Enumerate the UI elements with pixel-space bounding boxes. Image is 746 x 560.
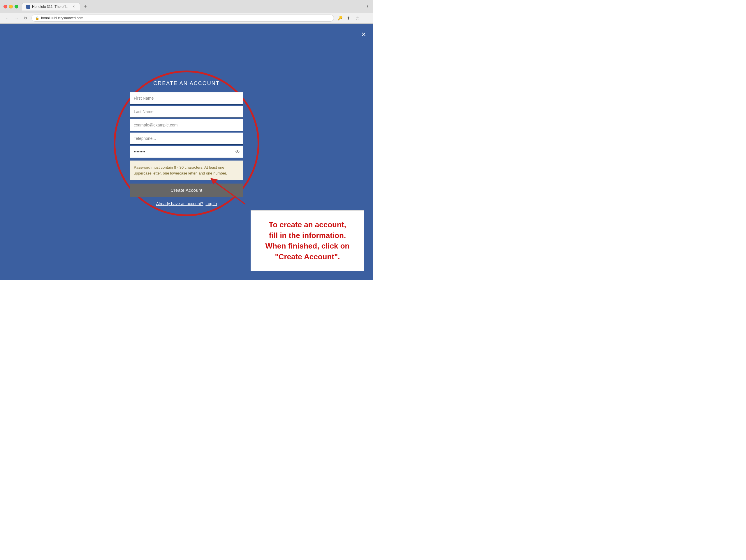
key-icon: 🔑 — [336, 14, 343, 22]
maximize-window-button[interactable] — [15, 5, 18, 8]
address-bar[interactable]: 🔒 honoluluhi.citysourced.com — [31, 14, 334, 22]
show-password-icon[interactable]: 👁 — [235, 149, 240, 155]
lock-icon: 🔒 — [35, 16, 39, 20]
tab-title: Honolulu 311: The official citize... — [32, 5, 70, 9]
close-window-button[interactable] — [3, 5, 7, 8]
login-link-text[interactable]: Log In — [205, 201, 217, 206]
first-name-input[interactable] — [130, 92, 243, 105]
login-link[interactable]: Already have an account? Log In — [156, 201, 217, 206]
tooltip-box: To create an account,fill in the informa… — [251, 210, 364, 271]
tab-favicon — [26, 5, 30, 9]
login-text: Already have an account? — [156, 201, 203, 206]
form-container: CREATE AN ACCOUNT 👁 Password must contai… — [130, 81, 243, 206]
new-tab-button[interactable]: + — [81, 2, 89, 10]
close-button[interactable]: × — [361, 30, 366, 39]
chrome-menu-button-2[interactable]: ⋮ — [363, 14, 370, 22]
bookmark-icon[interactable]: ☆ — [354, 14, 361, 22]
form-fields: 👁 Password must contain 8 - 30 character… — [130, 92, 243, 197]
email-input[interactable] — [130, 119, 243, 131]
password-input[interactable] — [130, 146, 243, 158]
url-text: honoluluhi.citysourced.com — [41, 16, 330, 20]
tab-close-button[interactable]: ✕ — [72, 5, 76, 9]
tab-bar: Honolulu 311: The official citize... ✕ + — [22, 2, 89, 10]
page-content: × CREATE AN ACCOUNT 👁 Password must cont… — [0, 24, 373, 280]
telephone-input[interactable] — [130, 132, 243, 145]
active-tab[interactable]: Honolulu 311: The official citize... ✕ — [22, 3, 80, 10]
form-title: CREATE AN ACCOUNT — [153, 81, 220, 87]
chrome-menu-button[interactable]: ⋮ — [366, 4, 370, 9]
reload-button[interactable]: ↻ — [22, 14, 29, 22]
share-icon[interactable]: ⬆ — [345, 14, 352, 22]
nav-bar: ← → ↻ 🔒 honoluluhi.citysourced.com 🔑 ⬆ ☆… — [0, 13, 373, 24]
magnifier-circle: CREATE AN ACCOUNT 👁 Password must contai… — [114, 70, 259, 216]
browser-chrome: Honolulu 311: The official citize... ✕ +… — [0, 0, 373, 24]
password-wrapper: 👁 — [130, 146, 243, 158]
password-hint: Password must contain 8 - 30 characters;… — [130, 160, 243, 180]
back-button[interactable]: ← — [3, 14, 10, 22]
title-bar: Honolulu 311: The official citize... ✕ +… — [0, 0, 373, 13]
tooltip-text: To create an account,fill in the informa… — [259, 219, 355, 262]
forward-button[interactable]: → — [13, 14, 20, 22]
minimize-window-button[interactable] — [9, 5, 13, 8]
create-account-button[interactable]: Create Account — [130, 183, 243, 197]
last-name-input[interactable] — [130, 106, 243, 118]
nav-actions: 🔑 ⬆ ☆ ⋮ — [336, 14, 370, 22]
traffic-lights — [3, 5, 18, 8]
